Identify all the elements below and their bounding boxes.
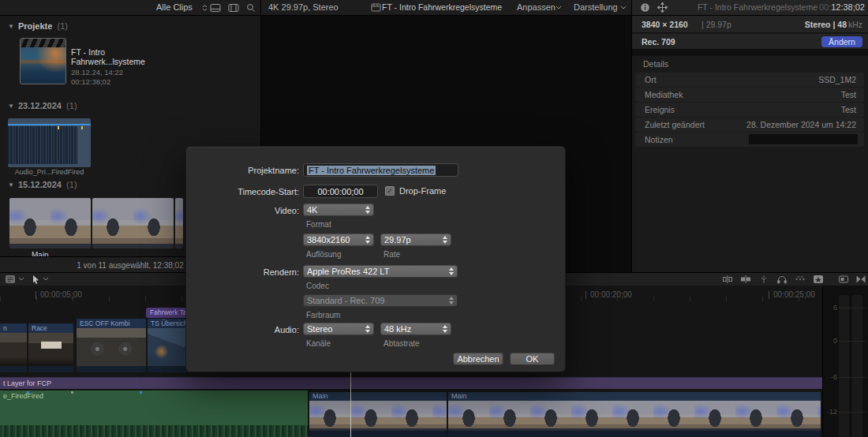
clip-filmstrip	[77, 328, 146, 366]
drop-frame-checkbox[interactable]: ✓	[385, 186, 395, 196]
notizen-input[interactable]	[749, 134, 858, 144]
date-section-header[interactable]: ▼15.12.2024 (1)	[8, 180, 77, 189]
clip-title: n	[0, 323, 27, 333]
timeline-title: FT - Intro Fahrwerkregelsysteme	[694, 2, 821, 12]
project-name-line1[interactable]: FT - Intro	[71, 47, 105, 57]
info-icon[interactable]	[640, 2, 650, 13]
clip-audio-strip	[0, 366, 27, 372]
clip-marker-icon	[140, 391, 142, 394]
project-name-line2[interactable]: Fahrwerk...lsysteme	[71, 57, 145, 66]
timeline-clip[interactable]: TS Übersicht	[148, 319, 191, 372]
timeline-clip[interactable]: ESC OFF Kombi	[77, 319, 146, 372]
clip-audio-strip	[77, 366, 146, 372]
timecode-value: 12:38;02	[831, 2, 865, 12]
cancel-button[interactable]: Abbrechen	[453, 353, 503, 365]
video-label: Video:	[186, 206, 299, 215]
timecode-start-label: Timecode-Start:	[186, 187, 299, 196]
timecode-start-input[interactable]: 00:00:00;00	[303, 185, 378, 198]
chevron-down-icon	[620, 6, 627, 9]
current-timecode[interactable]: 00:12:38;02	[819, 2, 865, 12]
main-video-clip[interactable]: Main	[448, 392, 821, 437]
darstellung-menu[interactable]: Darstellung	[574, 2, 618, 12]
select-tool-icon[interactable]	[32, 275, 40, 285]
rate-select[interactable]: 29.97p	[380, 233, 451, 246]
insert-icon[interactable]	[758, 275, 769, 284]
effects-browser-icon[interactable]	[813, 275, 824, 284]
search-icon[interactable]	[246, 3, 256, 13]
video-clip-thumbnail[interactable]	[9, 198, 91, 248]
viewer-format-info: 4K 29.97p, Stereo	[268, 2, 339, 12]
selected-text: FT - Intro Fahrwerkregelsysteme	[307, 166, 436, 175]
project-thumbnail[interactable]	[20, 38, 66, 84]
clip-title: Main	[309, 392, 447, 401]
resolution-caption: Auflösung	[306, 250, 341, 259]
format-caption: Format	[306, 220, 331, 229]
chevron-up-down-icon	[202, 4, 208, 12]
select-value: Standard - Rec. 709	[307, 296, 384, 305]
move-tool-icon[interactable]	[657, 2, 668, 13]
clip-title: TS Übersicht	[148, 319, 191, 328]
detail-row-mediathek: Mediathek Test	[635, 88, 864, 102]
media-rect-icon[interactable]	[838, 275, 849, 284]
clip-marker-icon	[27, 391, 29, 394]
detail-label: Zuletzt geändert	[645, 120, 705, 129]
filmstrip-icon[interactable]	[228, 3, 239, 13]
disclosure-triangle-icon: ▼	[8, 181, 14, 189]
adjustment-layer-clip[interactable]: t Layer for FCP	[0, 377, 822, 389]
meter-gridline	[839, 412, 866, 413]
change-button[interactable]: Ändern	[821, 36, 862, 47]
clip-marker-icon	[81, 126, 83, 129]
clip-title: ESC OFF Kombi	[77, 319, 146, 328]
top-toolbar: Alle Clips 4K 29.97p, Stereo FT - Intro …	[0, 0, 868, 16]
overwrite-icon[interactable]	[740, 275, 751, 284]
clip-marker-icon	[71, 391, 73, 394]
ok-button[interactable]: OK	[510, 353, 555, 365]
clip-title: Race	[28, 323, 73, 333]
chevron-up-down-icon	[365, 325, 370, 333]
select-value: Stereo	[307, 324, 332, 334]
video-format-select[interactable]: 4K	[303, 204, 374, 216]
all-clips-filter[interactable]: Alle Clips	[156, 2, 193, 12]
codec-select[interactable]: Apple ProRes 422 LT	[303, 265, 458, 278]
anpassen-menu[interactable]: Anpassen	[517, 2, 556, 12]
date-section-header[interactable]: ▼23.12.2024 (1)	[8, 101, 77, 110]
timeline-clip[interactable]: Race	[28, 323, 73, 372]
clip-filmstrip	[28, 333, 73, 366]
samplerate-select[interactable]: 48 kHz	[380, 323, 451, 335]
disclosure-triangle-icon: ▼	[8, 23, 14, 30]
resolution-select[interactable]: 3840x2160	[303, 233, 374, 246]
audio-timeline-clip[interactable]: e_FiredFired	[0, 390, 308, 437]
trim-tool-icon[interactable]	[722, 275, 733, 284]
solo-headphones-icon[interactable]	[776, 275, 788, 284]
section-title: 15.12.2024	[18, 180, 62, 189]
format-summary-row: 3840 × 2160 | 29.97p Stereo | 48 kHz	[632, 16, 868, 33]
skimming-icon[interactable]	[795, 275, 806, 284]
video-clip-thumbnail[interactable]	[92, 198, 174, 248]
project-duration: 00:12:38;02	[71, 77, 110, 86]
media-browser-icon[interactable]	[210, 3, 221, 13]
ruler-timecode: 00:00:25;00	[773, 290, 815, 299]
transitions-browser-icon[interactable]	[855, 275, 866, 284]
selection-status: 1 von 11 ausgewählt, 12:38;02	[77, 261, 183, 270]
chevron-up-down-icon	[365, 206, 370, 214]
clip-filmstrip	[0, 333, 27, 366]
fcp-window: Alle Clips 4K 29.97p, Stereo FT - Intro …	[0, 0, 868, 437]
project-date: 28.12.24, 14:22	[71, 68, 123, 77]
video-clip-thumbnail[interactable]	[175, 198, 183, 248]
chevron-down-icon	[556, 6, 562, 9]
projects-section-header[interactable]: ▼Projekte (1)	[8, 21, 68, 31]
meter-scale-label: -6	[825, 373, 837, 381]
main-video-clip[interactable]: Main	[309, 392, 447, 437]
resolution-value: 3840 × 2160	[642, 20, 688, 29]
viewer-project-title: FT - Intro Fahrwerkregelsysteme	[382, 2, 502, 12]
chevron-down-icon	[43, 277, 49, 281]
audio-clip-thumbnail[interactable]	[8, 118, 91, 167]
timeline-index-icon[interactable]	[5, 275, 16, 284]
checkmark-icon: ✓	[387, 187, 393, 195]
project-name-input[interactable]: FT - Intro Fahrwerkregelsysteme	[303, 163, 458, 177]
channels-select[interactable]: Stereo	[303, 323, 374, 335]
clip-audio-strip	[309, 431, 447, 437]
timeline-clip[interactable]: n	[0, 323, 27, 372]
audio-clip-name[interactable]: Audio_Pri...FiredFired	[8, 168, 91, 176]
filmstrip-frame	[92, 198, 174, 248]
